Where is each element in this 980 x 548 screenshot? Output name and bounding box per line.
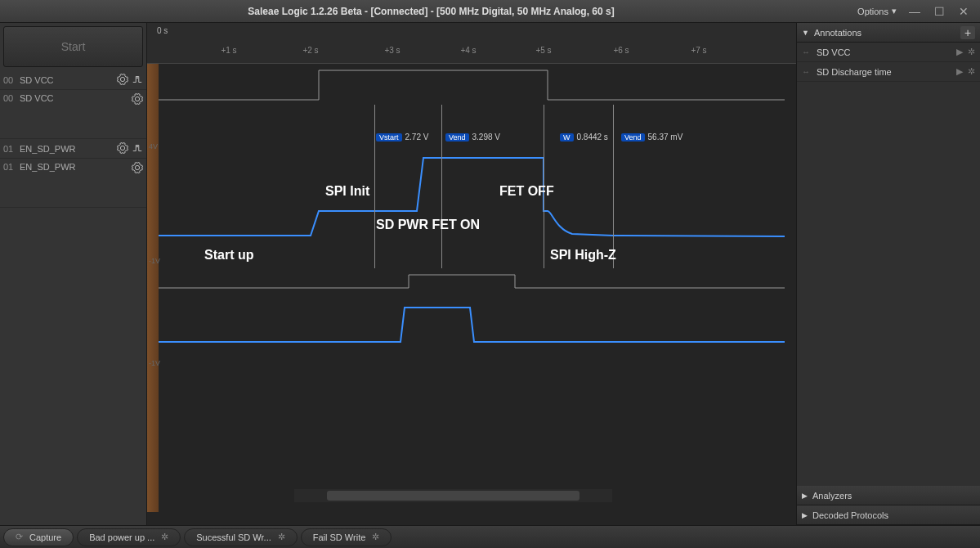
decoded-protocols-header[interactable]: ▶ Decoded Protocols — [797, 505, 980, 525]
gear-icon[interactable]: ✲ — [968, 66, 975, 77]
ruler-tick: +3 s — [384, 46, 400, 55]
time-ruler[interactable]: 0 s +1 s+2 s+3 s+4 s+5 s+6 s+7 s — [147, 23, 796, 64]
gear-icon[interactable]: ✲ — [968, 47, 975, 57]
minimize-button[interactable]: — — [903, 3, 926, 20]
chevron-right-icon: ▶ — [802, 511, 808, 519]
ruler-tick: +6 s — [613, 46, 629, 55]
overlay-annotation: FET OFF — [499, 184, 554, 199]
measurement-cursor[interactable] — [613, 105, 614, 268]
measurement-badge: W — [560, 133, 574, 141]
start-button[interactable]: Start — [3, 26, 143, 67]
channel-index: 01 — [3, 144, 20, 154]
capture-tab[interactable]: Fail SD Write✲ — [301, 528, 392, 546]
trigger-icon[interactable] — [132, 142, 143, 155]
analyzers-header[interactable]: ▶ Analyzers — [797, 486, 980, 505]
capture-tab[interactable]: Sucessful SD Wr...✲ — [184, 528, 298, 546]
gear-icon[interactable] — [117, 74, 128, 87]
measurement-readout: Vend56.37 mV — [621, 133, 682, 141]
options-button[interactable]: Options ▾ — [857, 6, 897, 16]
overlay-annotation: SPI High-Z — [550, 248, 616, 263]
trigger-icon[interactable] — [132, 74, 143, 87]
play-icon[interactable]: ▶ — [956, 47, 963, 57]
gear-icon[interactable] — [132, 162, 143, 175]
hscrollbar[interactable] — [294, 489, 612, 502]
channel-row[interactable]: 00SD VCC — [0, 70, 146, 90]
voltage-scale-label: -1V — [149, 359, 160, 367]
voltage-scale-label: 4V — [149, 142, 158, 150]
expand-icon: ↔ — [802, 47, 810, 56]
tab-label: Capture — [29, 532, 61, 542]
gear-icon[interactable] — [117, 142, 128, 155]
measurement-value: 2.72 V — [405, 133, 429, 141]
tab-label: Fail SD Write — [313, 532, 366, 542]
capture-tab[interactable]: Bad power up ...✲ — [77, 528, 181, 546]
gear-icon[interactable]: ✲ — [372, 532, 379, 542]
right-panel: ▼ Annotations + ↔SD VCC▶✲↔SD Discharge t… — [796, 23, 980, 525]
gear-icon[interactable]: ✲ — [161, 532, 168, 542]
channel-index: 00 — [3, 93, 20, 103]
waveform-area[interactable]: 0 s +1 s+2 s+3 s+4 s+5 s+6 s+7 s Vstart2… — [147, 23, 796, 525]
channel-name: EN_SD_PWR — [20, 144, 114, 154]
channel-index: 01 — [3, 162, 20, 172]
titlebar: Saleae Logic 1.2.26 Beta - [Connected] -… — [0, 0, 980, 23]
measurement-cursor[interactable] — [374, 105, 375, 268]
channel-name: EN_SD_PWR — [20, 162, 128, 172]
annotation-item[interactable]: ↔SD VCC▶✲ — [797, 43, 980, 62]
gear-icon[interactable] — [132, 93, 143, 106]
ruler-zero: 0 s — [157, 26, 168, 35]
channel-index: 00 — [3, 75, 20, 85]
play-icon[interactable]: ▶ — [956, 66, 963, 77]
annotation-item[interactable]: ↔SD Discharge time▶✲ — [797, 62, 980, 82]
channel-row[interactable]: 01EN_SD_PWR — [0, 139, 146, 159]
tab-label: Sucessful SD Wr... — [196, 532, 271, 542]
measurement-badge: Vstart — [376, 133, 402, 141]
measurement-readout: Vstart2.72 V — [376, 133, 428, 141]
ruler-tick: +2 s — [302, 46, 318, 55]
channel-row[interactable]: 01EN_SD_PWR — [0, 159, 146, 208]
annotation-name: SD VCC — [817, 47, 951, 57]
ruler-tick: +1 s — [221, 46, 236, 55]
tab-label: Bad power up ... — [89, 532, 154, 542]
add-annotation-button[interactable]: + — [960, 26, 975, 39]
ruler-tick: +5 s — [535, 46, 551, 55]
loop-icon: ⟳ — [16, 532, 23, 542]
overlay-annotation: SD PWR FET ON — [376, 218, 480, 232]
channel-sidebar: Start 00SD VCC00SD VCC01EN_SD_PWR01EN_SD… — [0, 23, 147, 525]
chevron-down-icon: ▾ — [892, 6, 897, 16]
ruler-tick: +4 s — [460, 46, 476, 55]
ruler-tick: +7 s — [691, 46, 706, 55]
overlay-annotation: SPI Init — [325, 184, 369, 199]
maximize-button[interactable]: ☐ — [928, 3, 951, 20]
channel-name: SD VCC — [20, 93, 128, 103]
chevron-down-icon: ▼ — [802, 29, 809, 37]
capture-tabs: ⟳CaptureBad power up ...✲Sucessful SD Wr… — [0, 525, 980, 548]
gear-icon[interactable]: ✲ — [278, 532, 285, 542]
measurement-value: 0.8442 s — [577, 133, 608, 141]
close-button[interactable]: ✕ — [952, 3, 975, 20]
measurement-value: 3.298 V — [472, 133, 500, 141]
annotations-header[interactable]: ▼ Annotations + — [797, 23, 980, 43]
measurement-readout: W0.8442 s — [560, 133, 608, 141]
capture-tab[interactable]: ⟳Capture — [3, 528, 74, 546]
voltage-scale-label: -1V — [149, 257, 160, 265]
channel-row[interactable]: 00SD VCC — [0, 90, 146, 139]
measurement-value: 56.37 mV — [648, 133, 683, 141]
measurement-readout: Vend3.298 V — [445, 133, 500, 141]
channel-name: SD VCC — [20, 75, 114, 85]
chevron-right-icon: ▶ — [802, 492, 808, 500]
expand-icon: ↔ — [802, 67, 810, 76]
measurement-badge: Vend — [621, 133, 645, 141]
hscroll-thumb[interactable] — [327, 491, 579, 501]
measurement-badge: Vend — [445, 133, 469, 141]
overlay-annotation: Start up — [204, 248, 253, 263]
app-title: Saleae Logic 1.2.26 Beta - [Connected] -… — [5, 6, 857, 17]
annotation-name: SD Discharge time — [817, 67, 951, 77]
measurement-cursor[interactable] — [441, 105, 442, 268]
